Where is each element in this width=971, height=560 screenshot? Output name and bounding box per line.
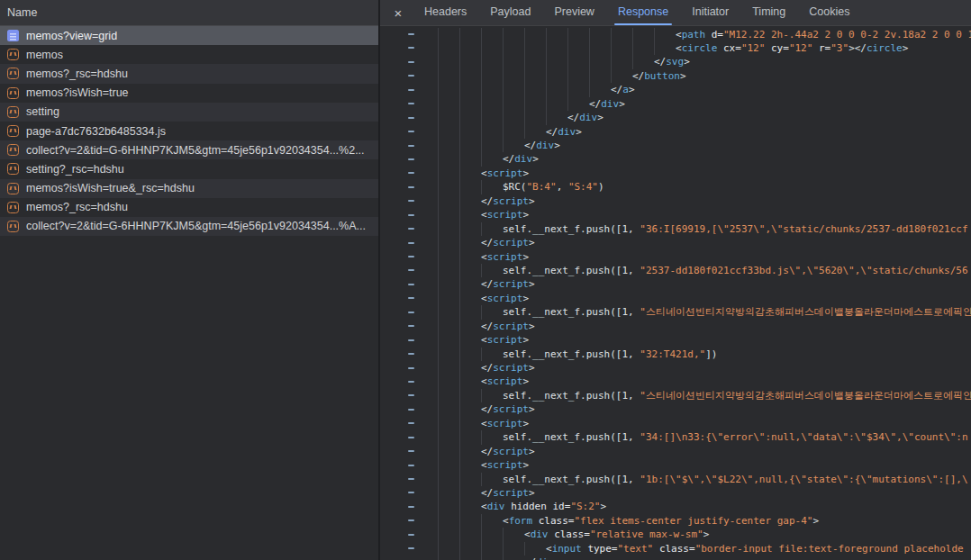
code-text: <div hidden id="S:2"> — [481, 500, 606, 513]
code-text: <script> — [481, 208, 529, 221]
request-row[interactable]: collect?v=2&tid=G-6HHNP7KJM5&gtm=45je56p… — [0, 140, 378, 159]
request-name: collect?v=2&tid=G-6HHNP7KJM5&gtm=45je56p… — [26, 220, 366, 232]
request-row[interactable]: setting?_rsc=hdshu — [0, 159, 378, 178]
code-line: </button> — [380, 69, 971, 83]
gutter — [380, 194, 438, 208]
fold-marker-icon[interactable] — [408, 269, 414, 271]
fold-marker-icon[interactable] — [408, 353, 414, 355]
gutter — [380, 69, 438, 83]
fold-marker-icon[interactable] — [408, 131, 414, 132]
tab-preview[interactable]: Preview — [549, 0, 599, 25]
code-text: self.__next_f.push([1, "36:I[69919,[\"25… — [503, 222, 968, 236]
fold-marker-icon[interactable] — [408, 145, 414, 147]
fold-marker-icon[interactable] — [408, 242, 414, 244]
tab-initiator[interactable]: Initiator — [686, 0, 734, 25]
fold-marker-icon[interactable] — [408, 465, 414, 466]
code-text: <script> — [481, 292, 529, 305]
fold-marker-icon[interactable] — [408, 422, 414, 424]
gutter — [380, 55, 438, 68]
fold-marker-icon[interactable] — [408, 450, 414, 452]
gutter — [380, 167, 438, 180]
indent-guides — [438, 458, 481, 472]
fold-marker-icon[interactable] — [408, 297, 414, 299]
code-text: </a> — [611, 83, 635, 96]
document-icon — [7, 30, 19, 41]
request-row[interactable]: memos — [0, 45, 378, 64]
request-row[interactable]: setting — [0, 103, 378, 122]
code-line: </script> — [380, 194, 971, 208]
fold-marker-icon[interactable] — [408, 492, 414, 493]
fold-marker-icon[interactable] — [408, 381, 414, 383]
request-row[interactable]: memos?_rsc=hdshu — [0, 64, 378, 83]
fold-marker-icon[interactable] — [408, 47, 414, 49]
fold-marker-icon[interactable] — [408, 117, 414, 119]
indent-guides — [438, 555, 524, 560]
fold-marker-icon[interactable] — [408, 256, 414, 257]
fold-marker-icon[interactable] — [408, 325, 414, 327]
indent-guides — [438, 528, 524, 541]
fold-marker-icon[interactable] — [408, 214, 414, 216]
code-line: <script> — [380, 417, 971, 430]
request-row[interactable]: memos?_rsc=hdshu — [0, 198, 378, 217]
fold-marker-icon[interactable] — [408, 506, 414, 508]
fold-marker-icon[interactable] — [408, 367, 414, 369]
gutter — [380, 361, 438, 375]
request-row[interactable]: memos?view=grid — [0, 26, 378, 45]
fold-marker-icon[interactable] — [408, 33, 414, 35]
request-row[interactable]: memos?isWish=true&_rsc=hdshu — [0, 179, 378, 198]
response-code-viewer[interactable]: <path d="M12.22 2h-.44a2 2 0 0 0-2 2v.18… — [380, 26, 971, 560]
code-line: </div> — [380, 97, 971, 111]
code-line: </svg> — [380, 55, 971, 68]
fold-marker-icon[interactable] — [408, 339, 414, 341]
fold-marker-icon[interactable] — [408, 186, 414, 188]
gutter — [380, 445, 438, 458]
fold-marker-icon[interactable] — [408, 228, 414, 230]
request-row[interactable]: page-a7dc7632b6485334.js — [0, 122, 378, 140]
fold-marker-icon[interactable] — [408, 284, 414, 285]
indent-guides — [438, 348, 503, 361]
tab-headers[interactable]: Headers — [419, 0, 472, 25]
fold-marker-icon[interactable] — [408, 519, 414, 521]
tab-timing[interactable]: Timing — [747, 0, 791, 25]
fold-marker-icon[interactable] — [408, 75, 414, 77]
gutter — [380, 125, 438, 139]
code-text: self.__next_f.push([1, "스티네이션빈티지약방의감초해피버… — [503, 305, 971, 319]
request-name: memos — [26, 49, 63, 61]
code-text: self.__next_f.push([1, "2537-dd180f021cc… — [503, 264, 968, 277]
fold-marker-icon[interactable] — [408, 200, 414, 202]
code-line: <input type="text" class="border-input f… — [380, 542, 971, 555]
fold-marker-icon[interactable] — [408, 437, 414, 438]
fold-marker-icon[interactable] — [408, 478, 414, 480]
fold-marker-icon[interactable] — [408, 158, 414, 160]
fold-marker-icon[interactable] — [408, 312, 414, 313]
name-column-header[interactable]: Name — [0, 0, 378, 26]
tab-payload[interactable]: Payload — [485, 0, 536, 25]
indent-guides — [438, 97, 589, 111]
close-icon[interactable]: × — [389, 1, 407, 25]
gutter — [380, 389, 438, 402]
fold-marker-icon[interactable] — [408, 61, 414, 63]
code-line: <script> — [380, 167, 971, 180]
fold-marker-icon[interactable] — [408, 534, 414, 536]
indent-guides — [438, 542, 546, 555]
tab-response[interactable]: Response — [613, 0, 674, 25]
fold-marker-icon[interactable] — [408, 89, 414, 91]
code-line: self.__next_f.push([1, "스티네이션빈티지약방의감초해피버… — [380, 305, 971, 319]
fold-marker-icon[interactable] — [408, 103, 414, 104]
request-row[interactable]: memos?isWish=true — [0, 84, 378, 103]
code-text: </script> — [481, 236, 535, 249]
fold-marker-icon[interactable] — [408, 409, 414, 411]
fold-marker-icon[interactable] — [408, 172, 414, 174]
fold-marker-icon[interactable] — [408, 394, 414, 396]
fold-marker-icon[interactable] — [408, 547, 414, 549]
gutter — [380, 514, 438, 528]
fetch-icon — [7, 68, 19, 79]
code-text: <div class="relative max-w-sm"> — [524, 528, 709, 541]
devtools-network-panel: Name memos?view=gridmemosmemos?_rsc=hdsh… — [0, 0, 971, 560]
indent-guides — [438, 473, 503, 486]
code-text: </div> — [503, 152, 539, 166]
fetch-icon — [7, 163, 19, 175]
request-row[interactable]: collect?v=2&tid=G-6HHNP7KJM5&gtm=45je56p… — [0, 217, 378, 236]
tab-cookies[interactable]: Cookies — [803, 0, 855, 25]
fetch-icon — [7, 49, 19, 60]
